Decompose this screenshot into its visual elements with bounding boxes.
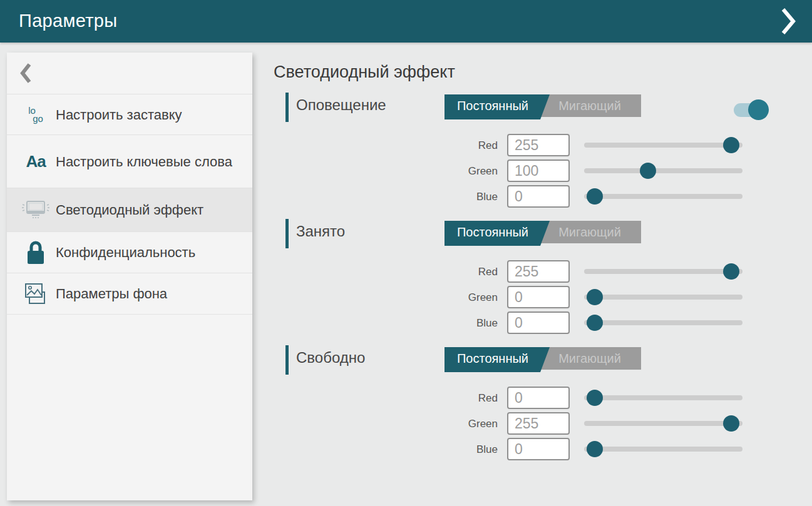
- green-label: Green: [401, 286, 498, 310]
- toggle-thumb: [748, 99, 769, 120]
- green-value-input[interactable]: [507, 286, 570, 308]
- blue-label: Blue: [401, 185, 498, 209]
- blue-value-input[interactable]: [507, 311, 570, 334]
- slider-track[interactable]: [584, 143, 743, 148]
- rgb-row-blue: Blue: [274, 438, 812, 460]
- chevron-right-icon: [781, 8, 797, 35]
- green-label: Green: [401, 412, 498, 436]
- red-slider[interactable]: [584, 260, 743, 283]
- sidebar-item-label: Параметры фона: [51, 285, 177, 302]
- sidebar-item-label: Настроить заставку: [51, 106, 192, 123]
- accent-bar: [285, 345, 289, 375]
- forward-button[interactable]: [779, 8, 798, 35]
- blue-slider[interactable]: [584, 185, 743, 208]
- sidebar-item-label: Конфиденциальность: [51, 244, 205, 261]
- red-value-input[interactable]: [507, 134, 570, 156]
- letters-icon-text: Aa: [26, 152, 45, 171]
- slider-thumb[interactable]: [587, 188, 603, 205]
- mode-segmented-control: Мигающий Постоянный: [445, 94, 641, 119]
- mode-blinking-button[interactable]: Мигающий: [538, 347, 641, 370]
- slider-track[interactable]: [584, 320, 743, 325]
- blue-slider[interactable]: [584, 311, 743, 334]
- sidebar-item-keywords[interactable]: Aa Настроить ключевые слова: [7, 135, 252, 188]
- logo-icon-text-bottom: go: [33, 114, 43, 123]
- slider-thumb[interactable]: [587, 390, 603, 406]
- section-busy: Занято Мигающий Постоянный Red Green Blu…: [274, 218, 812, 340]
- green-slider[interactable]: [584, 412, 743, 435]
- mode-segmented-control: Мигающий Постоянный: [445, 347, 641, 372]
- slider-track[interactable]: [584, 421, 743, 426]
- slider-track[interactable]: [584, 168, 743, 173]
- green-slider[interactable]: [584, 286, 743, 308]
- sidebar-item-label: Настроить ключевые слова: [51, 153, 242, 170]
- slider-thumb[interactable]: [587, 289, 603, 305]
- blue-label: Blue: [401, 438, 498, 462]
- page-title: Параметры: [19, 0, 117, 41]
- slider-thumb[interactable]: [640, 163, 656, 179]
- sidebar-item-splash-screen[interactable]: lo go Настроить заставку: [7, 94, 252, 135]
- header-bar: Параметры: [0, 0, 812, 43]
- letters-icon: Aa: [21, 152, 51, 171]
- red-slider[interactable]: [584, 387, 743, 409]
- slider-thumb[interactable]: [723, 137, 739, 153]
- slider-thumb[interactable]: [587, 315, 603, 331]
- red-label: Red: [401, 387, 498, 410]
- slider-track[interactable]: [584, 447, 743, 452]
- rgb-row-red: Red: [274, 134, 812, 156]
- mode-constant-button[interactable]: Постоянный: [445, 347, 550, 372]
- slider-thumb[interactable]: [587, 441, 603, 457]
- green-value-input[interactable]: [507, 412, 570, 435]
- slider-track[interactable]: [584, 395, 743, 400]
- sidebar-item-background[interactable]: Параметры фона: [7, 273, 252, 315]
- rgb-row-blue: Blue: [274, 185, 812, 208]
- rgb-row-green: Green: [274, 412, 812, 435]
- rgb-row-green: Green: [274, 286, 812, 308]
- alert-enabled-toggle[interactable]: [734, 98, 769, 121]
- blue-value-input[interactable]: [507, 438, 570, 460]
- slider-track[interactable]: [584, 194, 743, 199]
- red-label: Red: [401, 134, 498, 158]
- green-label: Green: [401, 159, 498, 183]
- slider-thumb[interactable]: [723, 415, 739, 432]
- rgb-row-blue: Blue: [274, 311, 812, 334]
- green-slider[interactable]: [584, 159, 743, 182]
- section-label: Оповещение: [296, 96, 386, 114]
- logo-icon: lo go: [21, 106, 51, 123]
- mode-blinking-button[interactable]: Мигающий: [538, 94, 641, 117]
- section-label: Свободно: [296, 349, 365, 367]
- section-alert: Оповещение Мигающий Постоянный Red Green: [274, 91, 812, 214]
- blue-slider[interactable]: [584, 438, 743, 460]
- sidebar-item-led-effect[interactable]: Светодиодный эффект: [7, 188, 252, 232]
- mode-constant-button[interactable]: Постоянный: [445, 221, 550, 246]
- chevron-left-icon: [19, 63, 32, 83]
- red-label: Red: [401, 260, 498, 284]
- slider-track[interactable]: [584, 269, 743, 274]
- rgb-row-red: Red: [274, 260, 812, 283]
- green-value-input[interactable]: [507, 159, 570, 182]
- back-button[interactable]: [7, 53, 252, 94]
- sidebar: lo go Настроить заставку Aa Настроить кл…: [7, 53, 252, 500]
- sidebar-item-label: Светодиодный эффект: [51, 201, 213, 218]
- blue-value-input[interactable]: [507, 185, 570, 208]
- mode-segmented-control: Мигающий Постоянный: [445, 221, 641, 246]
- background-images-icon: [21, 282, 51, 306]
- led-display-icon: [21, 200, 51, 221]
- rgb-row-red: Red: [274, 387, 812, 409]
- mode-constant-button[interactable]: Постоянный: [445, 94, 550, 119]
- mode-blinking-button[interactable]: Мигающий: [538, 221, 641, 243]
- red-slider[interactable]: [584, 134, 743, 156]
- slider-thumb[interactable]: [723, 263, 739, 280]
- content-title: Светодиодный эффект: [274, 63, 455, 82]
- sidebar-item-privacy[interactable]: Конфиденциальность: [7, 232, 252, 273]
- rgb-row-green: Green: [274, 159, 812, 182]
- section-free: Свободно Мигающий Постоянный Red Green B…: [274, 344, 812, 467]
- slider-track[interactable]: [584, 295, 743, 300]
- blue-label: Blue: [401, 311, 498, 335]
- lock-icon: [21, 240, 51, 265]
- accent-bar: [285, 93, 289, 122]
- red-value-input[interactable]: [507, 387, 570, 409]
- settings-screen: Параметры lo go Настроить заставку: [0, 0, 812, 506]
- section-label: Занято: [296, 223, 345, 240]
- accent-bar: [285, 219, 289, 248]
- red-value-input[interactable]: [507, 260, 570, 283]
